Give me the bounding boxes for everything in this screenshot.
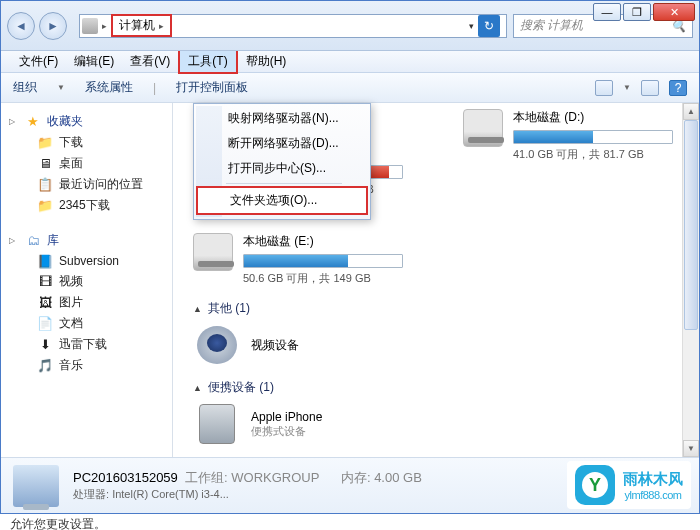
crumb-label: 计算机 xyxy=(119,17,155,34)
minimize-button[interactable]: — xyxy=(593,3,621,21)
computer-icon xyxy=(82,18,98,34)
explorer-window: — ❐ ✕ ◄ ► ▸ 计算机 ▸ ▾ ↻ 搜索 计算机 🔍 文件(F) 编辑(… xyxy=(0,0,700,514)
sidebar-item-documents[interactable]: 📄文档 xyxy=(5,313,168,334)
device-video[interactable]: 视频设备 xyxy=(193,325,687,365)
tool-organize[interactable]: 组织 xyxy=(13,79,37,96)
sidebar-item-subversion[interactable]: 📘Subversion xyxy=(5,251,168,271)
picture-icon: 🖼 xyxy=(37,295,53,311)
video-icon: 🎞 xyxy=(37,274,53,290)
thunder-icon: ⬇ xyxy=(37,337,53,353)
menu-map-drive[interactable]: 映射网络驱动器(N)... xyxy=(196,106,368,131)
sidebar-item-recent[interactable]: 📋最近访问的位置 xyxy=(5,174,168,195)
memory-value: 4.00 GB xyxy=(374,470,422,485)
camera-icon xyxy=(197,326,237,364)
device-name: Apple iPhone xyxy=(251,410,322,424)
sidebar-libraries-header[interactable]: ▷ 🗂 库 xyxy=(5,230,168,251)
toolbar: 组织▼ 系统属性 | 打开控制面板 ▼ ? xyxy=(1,73,699,103)
section-other[interactable]: ▲其他 (1) xyxy=(193,300,687,317)
statusbar: PC201603152059 工作组: WORKGROUP 内存: 4.00 G… xyxy=(1,457,699,513)
sidebar-item-pictures[interactable]: 🖼图片 xyxy=(5,292,168,313)
tool-control-panel[interactable]: 打开控制面板 xyxy=(176,79,248,96)
space-text: 50.6 GB 可用，共 149 GB xyxy=(243,271,403,286)
menu-separator xyxy=(226,183,342,184)
menu-folder-options[interactable]: 文件夹选项(O)... xyxy=(196,186,368,215)
sidebar: ▷ ★ 收藏夹 📁下载 🖥桌面 📋最近访问的位置 📁2345下载 ▷ 🗂 库 📘… xyxy=(1,103,173,457)
menu-help[interactable]: 帮助(H) xyxy=(238,51,295,72)
scroll-up-icon[interactable]: ▲ xyxy=(683,103,699,120)
back-button[interactable]: ◄ xyxy=(7,12,35,40)
titlebar: — ❐ ✕ ◄ ► ▸ 计算机 ▸ ▾ ↻ 搜索 计算机 🔍 xyxy=(1,1,699,51)
close-button[interactable]: ✕ xyxy=(653,3,695,21)
drive-icon xyxy=(193,233,233,271)
help-icon[interactable]: ? xyxy=(669,80,687,96)
space-bar xyxy=(513,130,673,144)
watermark-logo: Y 雨林木风 ylmf888.com xyxy=(567,461,691,509)
address-bar[interactable]: ▸ 计算机 ▸ ▾ ↻ xyxy=(79,14,507,38)
star-icon: ★ xyxy=(25,114,41,130)
music-icon: 🎵 xyxy=(37,358,53,374)
dropdown-icon[interactable]: ▾ xyxy=(469,21,474,31)
menu-sync-center[interactable]: 打开同步中心(S)... xyxy=(196,156,368,181)
cpu-value: Intel(R) Core(TM) i3-4... xyxy=(112,488,229,500)
scroll-thumb[interactable] xyxy=(684,120,698,330)
sidebar-item-thunder[interactable]: ⬇迅雷下载 xyxy=(5,334,168,355)
scroll-down-icon[interactable]: ▼ xyxy=(683,440,699,457)
computer-icon xyxy=(13,465,59,507)
folder-icon: 📁 xyxy=(37,135,53,151)
menubar: 文件(F) 编辑(E) 查看(V) 工具(T) 帮助(H) xyxy=(1,51,699,73)
device-label: 视频设备 xyxy=(251,337,299,354)
preview-pane-icon[interactable] xyxy=(641,80,659,96)
tool-properties[interactable]: 系统属性 xyxy=(85,79,133,96)
drive-e[interactable]: 本地磁盘 (E:) 50.6 GB 可用，共 149 GB xyxy=(193,233,403,286)
vertical-scrollbar[interactable]: ▲ ▼ xyxy=(682,103,699,457)
desktop-icon: 🖥 xyxy=(37,156,53,172)
recent-icon: 📋 xyxy=(37,177,53,193)
refresh-button[interactable]: ↻ xyxy=(478,15,500,37)
leaf-icon: Y xyxy=(582,472,608,498)
workgroup-value: WORKGROUP xyxy=(231,470,319,485)
maximize-button[interactable]: ❐ xyxy=(623,3,651,21)
phone-icon xyxy=(199,404,235,444)
body: ▷ ★ 收藏夹 📁下载 🖥桌面 📋最近访问的位置 📁2345下载 ▷ 🗂 库 📘… xyxy=(1,103,699,457)
space-text: 41.0 GB 可用，共 81.7 GB xyxy=(513,147,673,162)
space-bar xyxy=(243,254,403,268)
sidebar-favorites-header[interactable]: ▷ ★ 收藏夹 xyxy=(5,111,168,132)
sidebar-item-video[interactable]: 🎞视频 xyxy=(5,271,168,292)
tools-dropdown: 映射网络驱动器(N)... 断开网络驱动器(D)... 打开同步中心(S)...… xyxy=(193,103,371,220)
document-icon: 📄 xyxy=(37,316,53,332)
drive-name: 本地磁盘 (E:) xyxy=(243,233,403,250)
library-icon: 🗂 xyxy=(25,233,41,249)
folder-icon: 📁 xyxy=(37,198,53,214)
menu-view[interactable]: 查看(V) xyxy=(122,51,178,72)
device-iphone[interactable]: Apple iPhone 便携式设备 xyxy=(193,404,687,444)
drive-icon xyxy=(463,109,503,147)
chevron-right-icon: ▸ xyxy=(159,21,164,31)
menu-edit[interactable]: 编辑(E) xyxy=(66,51,122,72)
view-mode-icon[interactable] xyxy=(595,80,613,96)
device-sub: 便携式设备 xyxy=(251,424,322,439)
menu-file[interactable]: 文件(F) xyxy=(11,51,66,72)
forward-button[interactable]: ► xyxy=(39,12,67,40)
drive-name: 本地磁盘 (D:) xyxy=(513,109,673,126)
breadcrumb-computer[interactable]: 计算机 ▸ xyxy=(111,14,172,37)
pc-name: PC201603152059 xyxy=(73,470,178,485)
sidebar-item-downloads[interactable]: 📁下载 xyxy=(5,132,168,153)
section-portable[interactable]: ▲便携设备 (1) xyxy=(193,379,687,396)
svn-icon: 📘 xyxy=(37,253,53,269)
sidebar-item-desktop[interactable]: 🖥桌面 xyxy=(5,153,168,174)
menu-disconnect-drive[interactable]: 断开网络驱动器(D)... xyxy=(196,131,368,156)
sidebar-item-music[interactable]: 🎵音乐 xyxy=(5,355,168,376)
hint-text: 允许您更改设置。 xyxy=(0,514,700,530)
menu-tools[interactable]: 工具(T) xyxy=(178,49,237,74)
search-placeholder: 搜索 计算机 xyxy=(520,17,583,34)
drive-d[interactable]: 本地磁盘 (D:) 41.0 GB 可用，共 81.7 GB xyxy=(463,109,673,203)
sidebar-item-2345[interactable]: 📁2345下载 xyxy=(5,195,168,216)
